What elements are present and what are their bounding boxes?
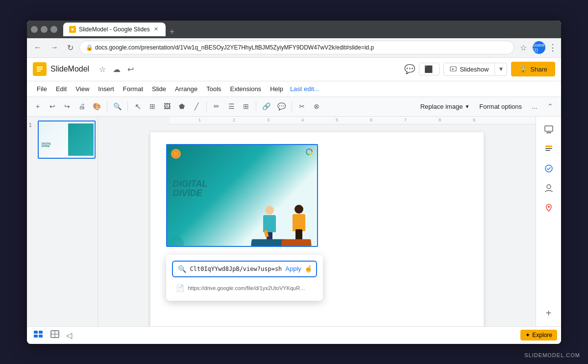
align-button[interactable]: ☰ xyxy=(224,99,238,113)
svg-rect-18 xyxy=(39,335,43,338)
browser-menu-button[interactable]: ⋮ xyxy=(548,42,557,53)
link-button[interactable]: 🔗 xyxy=(259,99,273,113)
paint-format-button[interactable]: 🎨 xyxy=(90,99,104,113)
textbox-button[interactable]: ⊞ xyxy=(146,99,159,113)
illustration xyxy=(242,172,315,246)
explore-button[interactable]: ✦ Explore xyxy=(520,330,557,340)
share-lock-icon: 🔒 xyxy=(519,65,527,73)
menu-insert[interactable]: Insert xyxy=(94,83,118,95)
apply-label: Apply xyxy=(285,265,301,272)
filmstrip-view-button[interactable] xyxy=(31,328,46,342)
slideshow-main: Slideshow xyxy=(444,63,494,75)
refresh-button[interactable]: ↻ xyxy=(64,41,76,54)
expand-panel-button[interactable]: ◁ xyxy=(64,329,74,342)
svg-rect-9 xyxy=(545,146,552,147)
slideshow-button[interactable]: Slideshow ▼ xyxy=(443,63,507,76)
canvas-area: 1 2 3 4 5 6 7 8 9 xyxy=(98,117,536,326)
menu-extensions[interactable]: Extensions xyxy=(226,83,266,95)
mask-button[interactable]: ⊗ xyxy=(310,99,323,113)
toolbar: + ↩ ↪ 🖨 🎨 🔍 ↖ ⊞ 🖼 ⬟ ╱ ✏ ☰ ⊞ 🔗 💬 ✂ ⊗ Repl… xyxy=(27,97,561,117)
format-options-button[interactable]: Format options xyxy=(475,101,526,112)
replace-url-input[interactable] xyxy=(190,266,282,272)
collapse-toolbar-button[interactable]: ⌃ xyxy=(543,99,557,113)
meet-icon: ⬛ xyxy=(424,65,434,73)
back-button[interactable]: ← xyxy=(31,41,45,54)
url-text: docs.google.com/presentation/d/1Vw1q_nBE… xyxy=(95,44,374,51)
svg-rect-2 xyxy=(37,69,43,70)
redo-button[interactable]: ↪ xyxy=(60,99,74,113)
header-right: 💬 ⬛ Slideshow ▼ 🔒 Share xyxy=(404,62,555,76)
url-bar[interactable]: 🔒 docs.google.com/presentation/d/1Vw1q_n… xyxy=(79,41,514,54)
suggestion-url: https://drive.google.com/file/d/1yx2UtoV… xyxy=(188,285,306,291)
tab-bar: ■ SlideModel - Google Slides ✕ + xyxy=(61,23,557,36)
slide-image-bg: DIGITAL DIVIDE xyxy=(167,145,317,246)
contacts-button[interactable] xyxy=(540,179,558,197)
menu-bar: File Edit View Insert Format Slide Arran… xyxy=(27,81,561,97)
address-bar: ← → ↻ 🔒 docs.google.com/presentation/d/1… xyxy=(27,38,561,58)
star-button[interactable]: ☆ xyxy=(97,63,108,76)
menu-edit[interactable]: Edit xyxy=(52,83,71,95)
meet-button[interactable]: ⬛ xyxy=(419,63,440,75)
bookmark-button[interactable]: ☆ xyxy=(517,41,530,54)
toolbar-separator-2 xyxy=(127,101,128,111)
profile-avatar: Guest (2) xyxy=(533,41,545,54)
cloud-button[interactable]: ☁ xyxy=(111,63,122,76)
close-button[interactable]: ✕ xyxy=(50,26,57,33)
right-sidebar: + xyxy=(536,117,561,326)
undo-button[interactable]: ↩ xyxy=(46,99,59,113)
line-button[interactable]: ╱ xyxy=(190,99,203,113)
add-button[interactable]: + xyxy=(31,99,45,113)
replace-image-arrow-icon: ▼ xyxy=(465,104,469,109)
menu-slide[interactable]: Slide xyxy=(148,83,170,95)
toolbar-separator-4 xyxy=(256,101,256,111)
table-button[interactable]: ⊞ xyxy=(239,99,253,113)
explore-star-icon: ✦ xyxy=(525,332,530,339)
apply-button[interactable]: Apply ☝ xyxy=(285,265,311,273)
pencil-button[interactable]: ✏ xyxy=(210,99,223,113)
tasks-button[interactable] xyxy=(540,160,558,177)
active-tab[interactable]: ■ SlideModel - Google Slides ✕ xyxy=(63,23,166,36)
crop-button[interactable]: ✂ xyxy=(295,99,309,113)
menu-tools[interactable]: Tools xyxy=(202,83,225,95)
menu-format[interactable]: Format xyxy=(119,83,147,95)
teal-circle xyxy=(169,236,184,246)
comment-button[interactable]: 💬 xyxy=(404,64,415,74)
share-button[interactable]: 🔒 Share xyxy=(511,62,555,76)
more-options-button[interactable]: ... xyxy=(528,99,541,113)
minimize-button[interactable]: ─ xyxy=(31,26,38,33)
slides-panel-button[interactable] xyxy=(540,121,558,138)
svg-rect-17 xyxy=(34,335,38,338)
zoom-button[interactable]: 🔍 xyxy=(110,99,124,113)
app-logo xyxy=(33,62,47,76)
share-label: Share xyxy=(530,66,547,73)
comment-tool-button[interactable]: 💬 xyxy=(274,99,289,113)
maximize-button[interactable]: □ xyxy=(41,26,48,33)
last-edit-link[interactable]: Last edit... xyxy=(290,85,319,93)
history-button[interactable]: ↩ xyxy=(125,63,136,76)
shapes-button[interactable]: ⬟ xyxy=(175,99,189,113)
replace-image-popup: 🔍 Apply ☝ 📄 https://drive.google.com/fil… xyxy=(166,255,323,301)
menu-help[interactable]: Help xyxy=(266,83,287,95)
add-sidebar-button[interactable]: + xyxy=(540,305,558,322)
menu-view[interactable]: View xyxy=(72,83,93,95)
slide-number: 1 xyxy=(29,122,36,128)
grid-view-button[interactable] xyxy=(48,328,62,342)
slide-canvas: DIGITAL DIVIDE xyxy=(150,132,484,326)
replace-suggestion[interactable]: 📄 https://drive.google.com/file/d/1yx2Ut… xyxy=(172,281,317,295)
cursor-button[interactable]: ↖ xyxy=(131,99,145,113)
slide-thumbnail[interactable]: DIGITALDIVIDE xyxy=(38,121,96,159)
maps-button[interactable] xyxy=(540,199,558,217)
slideshow-arrow-icon[interactable]: ▼ xyxy=(494,63,507,75)
notes-panel-button[interactable] xyxy=(540,140,558,158)
toolbar-right: Replace image ▼ Format options ... ⌃ xyxy=(416,99,557,113)
image-button[interactable]: 🖼 xyxy=(160,99,174,113)
new-tab-button[interactable]: + xyxy=(166,27,179,36)
tab-close-button[interactable]: ✕ xyxy=(153,26,160,33)
selected-image-frame[interactable]: DIGITAL DIVIDE xyxy=(166,144,318,247)
replace-image-button[interactable]: Replace image ▼ xyxy=(416,101,474,112)
menu-arrange[interactable]: Arrange xyxy=(171,83,201,95)
menu-file[interactable]: File xyxy=(33,83,51,95)
print-button[interactable]: 🖨 xyxy=(75,99,89,113)
forward-button[interactable]: → xyxy=(48,41,61,54)
browser-titlebar: ─ □ ✕ ■ SlideModel - Google Slides ✕ + xyxy=(27,21,561,38)
